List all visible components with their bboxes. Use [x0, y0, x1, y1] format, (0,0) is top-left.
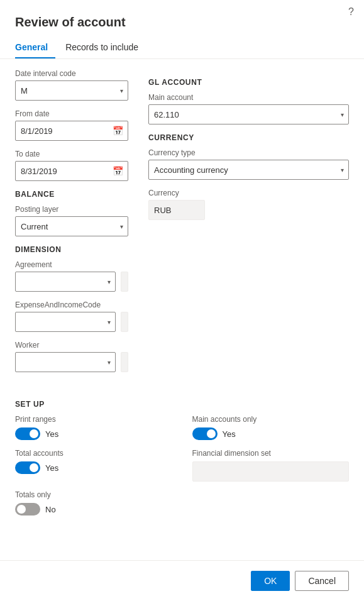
main-accounts-only-toggle-knob [207, 429, 216, 438]
total-accounts-toggle-label: Yes [45, 463, 58, 473]
total-accounts-label: Total accounts [15, 449, 172, 458]
posting-layer-group: Posting layer Current Operations Tax ▾ [15, 205, 128, 236]
totals-only-toggle[interactable] [15, 503, 40, 516]
financial-dimension-set-group: Financial dimension set [192, 449, 350, 482]
setup-section: SET UP Print ranges Yes Main accounts on… [0, 381, 364, 566]
expense-income-row: ▾ [15, 312, 128, 332]
right-column: GL ACCOUNT Main account 62.110 ▾ CURRENC… [148, 69, 349, 381]
worker-text-field [121, 352, 128, 372]
financial-dimension-set-input[interactable] [192, 461, 350, 482]
posting-layer-wrapper: Current Operations Tax ▾ [15, 216, 128, 236]
left-column: Date interval code M W Y Q ▾ From date 📅… [15, 69, 128, 381]
expense-income-select-wrapper: ▾ [15, 312, 116, 332]
main-accounts-only-toggle[interactable] [192, 427, 218, 440]
to-date-calendar-icon[interactable]: 📅 [113, 166, 123, 176]
currency-section-title: CURRENCY [148, 133, 349, 142]
posting-layer-label: Posting layer [15, 205, 128, 214]
expense-income-select[interactable] [15, 312, 116, 332]
total-accounts-toggle[interactable] [15, 461, 40, 474]
to-date-input[interactable] [15, 161, 128, 181]
tab-general[interactable]: General [15, 37, 55, 58]
expense-income-group: ExpenseAndIncomeCode ▾ [15, 300, 128, 332]
print-ranges-toggle-label: Yes [45, 429, 58, 439]
currency-type-select[interactable]: Accounting currency Transaction currency… [148, 160, 349, 180]
gl-account-section-title: GL ACCOUNT [148, 78, 349, 87]
total-accounts-group: Total accounts Yes [15, 449, 172, 482]
currency-type-wrapper: Accounting currency Transaction currency… [148, 160, 349, 180]
main-account-group: Main account 62.110 ▾ [148, 93, 349, 124]
print-ranges-label: Print ranges [15, 415, 172, 424]
from-date-calendar-icon[interactable]: 📅 [113, 126, 123, 136]
agreement-row: ▾ [15, 272, 128, 292]
main-account-label: Main account [148, 93, 349, 102]
worker-label: Worker [15, 341, 128, 350]
from-date-label: From date [15, 109, 128, 118]
total-accounts-toggle-knob [30, 463, 38, 472]
ok-button[interactable]: OK [251, 571, 290, 591]
date-interval-code-select[interactable]: M W Y Q [15, 80, 128, 101]
total-accounts-toggle-row: Yes [15, 461, 172, 474]
totals-only-toggle-row: No [15, 503, 172, 516]
from-date-group: From date 📅 [15, 109, 128, 141]
main-accounts-only-toggle-label: Yes [223, 429, 236, 439]
balance-section-title: BALANCE [15, 190, 128, 199]
date-interval-code-label: Date interval code [15, 69, 128, 78]
totals-only-toggle-label: No [45, 505, 56, 514]
totals-only-toggle-knob [17, 505, 26, 514]
main-accounts-only-group: Main accounts only Yes [192, 415, 350, 440]
financial-dimension-set-label: Financial dimension set [192, 449, 350, 458]
tab-bar: General Records to include [0, 37, 364, 59]
worker-row: ▾ [15, 352, 128, 372]
tab-records-to-include[interactable]: Records to include [65, 37, 146, 58]
main-content: Date interval code M W Y Q ▾ From date 📅… [0, 69, 364, 381]
main-account-wrapper: 62.110 ▾ [148, 104, 349, 124]
posting-layer-select[interactable]: Current Operations Tax [15, 216, 128, 236]
agreement-select[interactable] [15, 272, 116, 292]
currency-value: RUB [148, 200, 205, 220]
cancel-button[interactable]: Cancel [295, 571, 349, 591]
print-ranges-toggle-knob [30, 429, 38, 438]
footer: OK Cancel [0, 560, 364, 601]
agreement-label: Agreement [15, 260, 128, 269]
dimension-section-title: DIMENSION [15, 245, 128, 254]
expense-income-text-field [121, 312, 128, 332]
expense-income-label: ExpenseAndIncomeCode [15, 300, 128, 309]
print-ranges-group: Print ranges Yes [15, 415, 172, 440]
date-interval-code-group: Date interval code M W Y Q ▾ [15, 69, 128, 101]
agreement-group: Agreement ▾ [15, 260, 128, 292]
worker-group: Worker ▾ [15, 341, 128, 372]
totals-only-label: Totals only [15, 490, 172, 499]
currency-label: Currency [148, 189, 349, 197]
to-date-input-wrapper: 📅 [15, 161, 128, 181]
page-title: Review of account [0, 0, 364, 37]
print-ranges-toggle[interactable] [15, 427, 40, 440]
setup-grid: Print ranges Yes Main accounts only Yes … [15, 415, 349, 516]
currency-group: Currency RUB [148, 189, 349, 220]
setup-section-title: SET UP [15, 400, 349, 409]
currency-type-group: Currency type Accounting currency Transa… [148, 148, 349, 180]
main-accounts-only-toggle-row: Yes [192, 427, 350, 440]
from-date-input-wrapper: 📅 [15, 121, 128, 141]
worker-select[interactable] [15, 352, 116, 372]
agreement-select-wrapper: ▾ [15, 272, 116, 292]
main-account-select[interactable]: 62.110 [148, 104, 349, 124]
worker-select-wrapper: ▾ [15, 352, 116, 372]
to-date-group: To date 📅 [15, 150, 128, 181]
date-interval-code-wrapper: M W Y Q ▾ [15, 80, 128, 101]
agreement-text-field [121, 272, 128, 292]
main-accounts-only-label: Main accounts only [192, 415, 350, 424]
print-ranges-toggle-row: Yes [15, 427, 172, 440]
from-date-input[interactable] [15, 121, 128, 141]
to-date-label: To date [15, 150, 128, 158]
totals-only-group: Totals only No [15, 490, 172, 516]
help-icon[interactable]: ? [348, 6, 354, 18]
currency-type-label: Currency type [148, 148, 349, 157]
